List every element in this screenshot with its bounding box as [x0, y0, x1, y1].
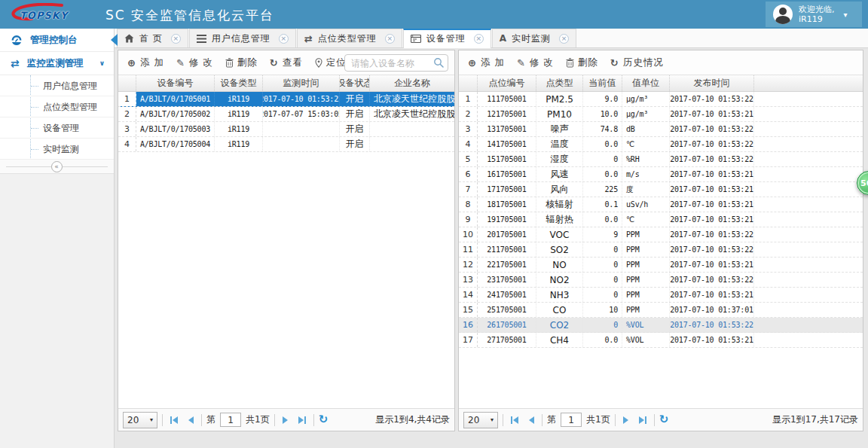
- cell-point-type: 风速: [536, 167, 583, 181]
- cell-point-type: SO2: [536, 242, 583, 257]
- top-header: TOPSKY SC 安全监管信息化云平台 欢迎光临, iR119 ▾: [0, 0, 868, 29]
- sidebar-filler: [0, 174, 114, 448]
- next-page-button[interactable]: [280, 415, 291, 425]
- tab-close-icon[interactable]: ×: [279, 34, 289, 44]
- cell-company: 北京凌天世纪控股股份有限: [370, 107, 454, 121]
- user-menu[interactable]: 欢迎光临, iR119 ▾: [766, 2, 862, 27]
- cell-current-value: 0: [583, 152, 622, 166]
- device-toolbar: ⊕ 添 加 ✎ 修 改 删除 ↻ 查看 定位: [118, 50, 454, 75]
- first-page-button[interactable]: [508, 415, 521, 425]
- sidebar-item-device[interactable]: 设备管理: [0, 117, 114, 139]
- table-row[interactable]: 4A/BJLT/0/1705004iR119开启: [118, 137, 454, 152]
- table-row[interactable]: 3A/BJLT/0/1705003iR119开启: [118, 122, 454, 137]
- table-row[interactable]: 9191705001辐射热0.0℃2017-07-10 01:53:21: [459, 212, 863, 227]
- refresh-icon[interactable]: ↻: [659, 414, 669, 425]
- table-row[interactable]: 6161705001风速0.0m/s2017-07-10 01:53:21: [459, 167, 863, 182]
- cell-unit: PPM: [622, 227, 670, 242]
- column-header: 监测时间: [263, 75, 340, 91]
- tab-close-icon[interactable]: ×: [171, 34, 181, 44]
- tab-user-info[interactable]: 用户信息管理×: [189, 29, 296, 47]
- table-row[interactable]: 2A/BJLT/0/1705002iR1192017-07-07 15:03:0…: [118, 107, 454, 122]
- tab-close-icon[interactable]: ×: [474, 34, 484, 44]
- search-icon[interactable]: [433, 57, 445, 71]
- table-row[interactable]: 4141705001温度0.0℃2017-07-10 01:53:22: [459, 137, 863, 152]
- table-row[interactable]: 13231705001NO20PPM2017-07-10 01:53:22: [459, 273, 863, 288]
- column-header: 值单位: [622, 75, 670, 91]
- tab-device[interactable]: 设备管理×: [403, 29, 491, 48]
- last-page-button[interactable]: [295, 415, 309, 425]
- caret-down-icon: ▾: [150, 416, 153, 423]
- list-icon: [197, 35, 206, 43]
- last-page-button[interactable]: [636, 415, 649, 425]
- sidebar-item-realtime[interactable]: 实时监测: [0, 139, 114, 160]
- refresh-icon[interactable]: ↻: [319, 414, 329, 425]
- sidebar: 管理控制台 ⇄ 监控监测管理 ∨ 用户信息管理点位类型管理设备管理实时监测 «: [0, 29, 115, 448]
- table-row[interactable]: 3131705001噪声74.8dB2017-07-10 01:53:22: [459, 122, 863, 137]
- cell-filler: [754, 318, 863, 332]
- collapse-icon[interactable]: «: [51, 161, 63, 172]
- cell-company: [370, 137, 454, 151]
- delete-button[interactable]: 删除: [219, 53, 264, 72]
- table-row[interactable]: 1111705001PM2.59.0μg/m³2017-07-10 01:53:…: [459, 92, 863, 107]
- swap-icon: ⇄: [304, 33, 313, 44]
- sidebar-item-user-info[interactable]: 用户信息管理: [0, 75, 114, 96]
- page-size-select[interactable]: 20 ▾: [463, 412, 498, 428]
- cell-point-id: 161705001: [478, 167, 536, 181]
- page-number-input[interactable]: [561, 413, 582, 427]
- tab-label: 实时监测: [512, 32, 551, 45]
- tab-home[interactable]: 首 页×: [117, 29, 188, 47]
- tab-close-icon[interactable]: ×: [385, 34, 395, 44]
- prev-page-button[interactable]: [185, 415, 197, 425]
- cell-monitor-time: 2017-07-07 15:03:05: [263, 107, 340, 121]
- cell-filler: [754, 333, 863, 347]
- sidebar-item-point-type[interactable]: 点位类型管理: [0, 96, 114, 117]
- cell-unit: uSv/h: [622, 197, 670, 212]
- table-row[interactable]: 17271705001CH40.0%VOL2017-07-10 01:53:21: [459, 333, 863, 348]
- cell-device-code: A/BJLT/0/1705004: [136, 137, 215, 151]
- point-table-header: 点位编号点类型当前值值单位发布时间: [459, 75, 863, 92]
- tab-point-type[interactable]: ⇄点位类型管理×: [297, 29, 402, 47]
- table-row[interactable]: 15251705001CO10PPM2017-07-10 01:37:01: [459, 303, 863, 318]
- cell-point-id: 221705001: [478, 258, 536, 272]
- cell-current-value: 0: [583, 288, 622, 302]
- history-button[interactable]: ↻ 历史情况: [604, 53, 670, 72]
- table-row[interactable]: 5151705001湿度0%RH2017-07-10 01:53:22: [459, 152, 863, 167]
- tab-realtime[interactable]: A实时监测×: [492, 29, 576, 47]
- table-row[interactable]: 7171705001风向225度2017-07-10 01:53:21: [459, 182, 863, 197]
- delete-button[interactable]: 删除: [560, 53, 604, 72]
- column-header: 当前值: [583, 75, 622, 91]
- cell-point-type: CO2: [536, 318, 583, 332]
- table-row[interactable]: 16261705001CO20%VOL2017-07-10 01:53:22: [459, 318, 863, 333]
- page-number-input[interactable]: [220, 413, 241, 427]
- table-row[interactable]: 1A/BJLT/0/1705001iR1192017-07-10 01:53:2…: [118, 92, 454, 107]
- table-row[interactable]: 2121705001PM1010.0μg/m³2017-07-10 01:53:…: [459, 107, 863, 122]
- device-table-header: 设备编号设备类型监测时间设备状态企业名称: [118, 75, 454, 92]
- add-button[interactable]: ⊕ 添 加: [121, 53, 170, 72]
- table-row[interactable]: 8181705001核辐射0.1uSv/h2017-07-10 01:53:21: [459, 197, 863, 212]
- next-page-button[interactable]: [620, 415, 631, 425]
- table-row[interactable]: 14241705001NH30PPM2017-07-10 01:53:21: [459, 288, 863, 303]
- cell-device-code: A/BJLT/0/1705001: [136, 92, 215, 106]
- prev-page-button[interactable]: [526, 415, 537, 425]
- table-row[interactable]: 11211705001SO20PPM2017-07-10 01:53:22: [459, 242, 863, 258]
- sidebar-collapse-arrow-icon[interactable]: [111, 34, 118, 46]
- cell-device-type: iR119: [215, 122, 263, 136]
- table-row[interactable]: 12221705001NO0PPM2017-07-10 01:53:21: [459, 258, 863, 273]
- table-row[interactable]: 10201705001VOC9PPM2017-07-10 01:53:22: [459, 227, 863, 242]
- sidebar-item-console[interactable]: 管理控制台: [0, 29, 114, 52]
- page-size-select[interactable]: 20 ▾: [123, 412, 157, 428]
- view-button[interactable]: ↻ 查看: [264, 53, 309, 72]
- tab-close-icon[interactable]: ×: [559, 34, 569, 44]
- row-number-header: [118, 75, 136, 91]
- first-page-button[interactable]: [167, 415, 181, 425]
- edit-button[interactable]: ✎ 修 改: [170, 53, 219, 72]
- edit-button[interactable]: ✎ 修 改: [511, 53, 560, 72]
- point-panel: ⊕ 添 加 ✎ 修 改 删除 ↻ 历史情况 点位编号点类型当前值值单位发布时间 …: [458, 50, 863, 431]
- cell-current-value: 0.0: [583, 212, 622, 227]
- tab-label: 设备管理: [426, 32, 466, 45]
- add-button[interactable]: ⊕ 添 加: [462, 53, 511, 72]
- cell-unit: PPM: [622, 258, 670, 272]
- tab-label: 首 页: [139, 32, 163, 45]
- sidebar-item-monitor-mgmt[interactable]: ⇄ 监控监测管理 ∨: [0, 52, 114, 75]
- topsky-logo[interactable]: TOPSKY: [9, 3, 87, 26]
